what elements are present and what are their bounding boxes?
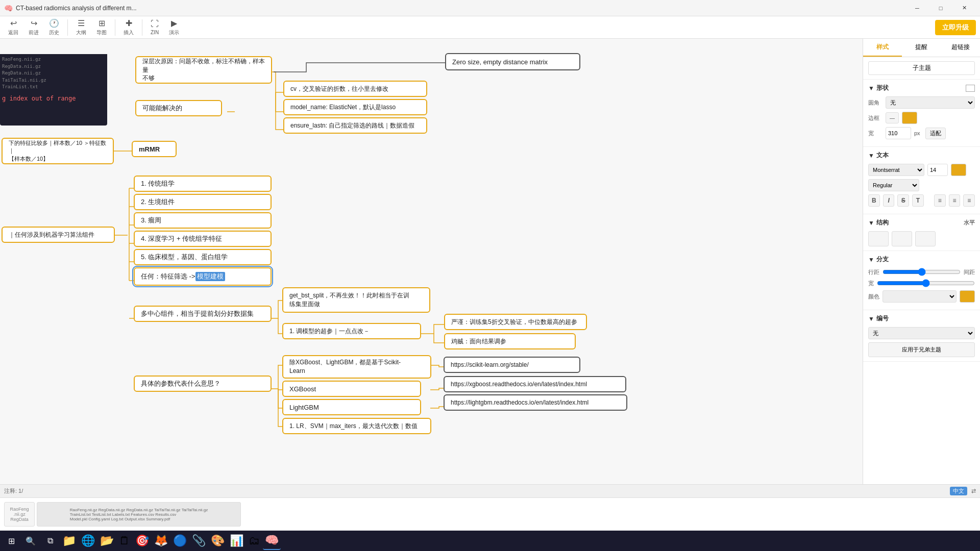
taskbar-app-7[interactable]: 🔵 bbox=[171, 532, 189, 550]
upgrade-button[interactable]: 立即升级 bbox=[935, 20, 976, 35]
text-color-swatch[interactable] bbox=[951, 164, 966, 176]
back-tool[interactable]: ↩ 返回 bbox=[4, 17, 22, 37]
structure-option-2[interactable] bbox=[892, 231, 912, 246]
italic-button[interactable]: I bbox=[883, 194, 895, 207]
node-ml-algorithm[interactable]: ｜任何涉及到机器学习算法组件 bbox=[2, 227, 115, 243]
forward-tool[interactable]: ↪ 前进 bbox=[24, 17, 43, 37]
node-tune-hyperparams[interactable]: 1. 调模型的超参｜一点点改－ bbox=[282, 323, 421, 339]
insert-tool[interactable]: ✚ 插入 bbox=[119, 17, 138, 37]
node-clinical-model[interactable]: 5. 临床模型，基因、蛋白组学 bbox=[134, 249, 272, 265]
taskbar-app-9[interactable]: 🎨 bbox=[209, 532, 227, 550]
taskbar-app-5[interactable]: 🎯 bbox=[133, 532, 151, 550]
node-feature-selection[interactable]: 任何：特征筛选 ->模型建模 bbox=[134, 267, 272, 286]
bottom-preview: RaoFeng.nii.gzRegData RaoFeng.nii.gz Reg… bbox=[0, 497, 980, 531]
preview-item-2[interactable]: RaoFeng.nii.gz RegData.nii.gz RegData.ni… bbox=[37, 502, 241, 527]
node-zero-size[interactable]: Zero size, empty distance matrix bbox=[445, 53, 580, 70]
search-button[interactable]: 🔍 bbox=[21, 532, 40, 550]
maximize-button[interactable]: □ bbox=[929, 0, 952, 16]
forward-icon: ↪ bbox=[31, 18, 37, 28]
tab-reminder[interactable]: 提醒 bbox=[902, 39, 941, 57]
taskbar-app-2[interactable]: 🌐 bbox=[79, 532, 97, 550]
text-section-title[interactable]: ▼ 文本 bbox=[868, 151, 975, 160]
node-lightgbm-url[interactable]: https://lightgbm.readthedocs.io/en/lates… bbox=[444, 394, 627, 411]
taskbar-app-3[interactable]: 📂 bbox=[98, 532, 116, 550]
bold-button[interactable]: B bbox=[868, 194, 880, 207]
insert-label: 插入 bbox=[124, 29, 134, 36]
strikethrough-button[interactable]: S bbox=[897, 194, 909, 207]
language-indicator[interactable]: 中文 bbox=[950, 487, 967, 495]
taskbar-app-6[interactable]: 🦊 bbox=[152, 532, 170, 550]
branch-color-swatch[interactable] bbox=[960, 290, 975, 303]
node-params-meaning[interactable]: 具体的参数代表什么意思？ bbox=[134, 375, 272, 392]
node-cv[interactable]: cv，交叉验证的折数，往小里去修改 bbox=[283, 81, 427, 97]
present-tool[interactable]: ▶ 演示 bbox=[165, 17, 183, 37]
present-icon: ▶ bbox=[171, 18, 177, 28]
node-xgboost-url[interactable]: https://xgboost.readthedocs.io/en/latest… bbox=[444, 376, 626, 392]
taskbar-app-4[interactable]: 🗒 bbox=[117, 532, 132, 550]
taskview-button[interactable]: ⧉ bbox=[41, 532, 59, 550]
font-select[interactable]: Montserrat bbox=[868, 164, 924, 176]
node-lr-svm[interactable]: 1. LR、SVM｜max_iters，最大迭代次数｜数值 bbox=[282, 418, 431, 434]
structure-section-title[interactable]: ▼ 结构 水平 bbox=[868, 218, 975, 227]
numbering-section-title[interactable]: ▼ 编号 bbox=[868, 314, 975, 323]
node-possible-solution[interactable]: 可能能解决的 bbox=[135, 100, 222, 116]
taskbar-app-mindmaster[interactable]: 🧠 bbox=[263, 532, 281, 550]
node-rigorous-cv[interactable]: 严谨：训练集5折交叉验证，中位数最高的超参 bbox=[444, 314, 587, 330]
align-right-button[interactable]: ≡ bbox=[963, 194, 975, 207]
taskbar-app-8[interactable]: 📎 bbox=[190, 532, 208, 550]
mindmap-tool[interactable]: ⊞ 导图 bbox=[92, 17, 111, 37]
border-color-swatch[interactable] bbox=[902, 112, 917, 124]
node-get-bst-split[interactable]: get_bst_split，不再生效！！此时相当于在训练集里面做 bbox=[282, 287, 430, 313]
border-style-btn[interactable]: — bbox=[886, 112, 899, 123]
structure-option-3[interactable] bbox=[915, 231, 936, 246]
node-lightgbm[interactable]: LightGBM bbox=[282, 399, 421, 415]
structure-option-1[interactable] bbox=[868, 231, 889, 246]
canvas-area[interactable]: RaoFeng.nii.gzRegData.nii.gzRegData.nii.… bbox=[0, 39, 863, 484]
node-scikit-learn-based[interactable]: 除XGBoost、LightGBM，都是基于Scikit-Learn bbox=[282, 355, 431, 379]
spacing-slider[interactable] bbox=[883, 268, 961, 276]
close-button[interactable]: ✕ bbox=[952, 0, 976, 16]
numbering-select[interactable]: 无 1, 2, 3 A, B, C bbox=[868, 327, 975, 339]
align-center-button[interactable]: ≡ bbox=[949, 194, 961, 207]
minimize-button[interactable]: ─ bbox=[905, 0, 929, 16]
node-traditional-omics[interactable]: 1. 传统组学 bbox=[134, 176, 272, 192]
font-size-input[interactable] bbox=[927, 164, 948, 176]
taskbar-app-11[interactable]: 🗂 bbox=[247, 532, 262, 550]
history-tool[interactable]: 🕐 历史 bbox=[45, 17, 63, 37]
node-feature-count[interactable]: 下的特征比较多｜样本数／10 ＞特征数｜【样本数／10】 bbox=[2, 138, 114, 164]
node-tumor-periphery[interactable]: 3. 瘤周 bbox=[134, 212, 272, 229]
width-input[interactable] bbox=[886, 127, 911, 139]
node-sklearn-url[interactable]: https://scikit-learn.org/stable/ bbox=[444, 357, 580, 373]
outline-tool[interactable]: ☰ 大纲 bbox=[72, 17, 90, 37]
corner-select[interactable]: 无 小 大 bbox=[886, 96, 975, 109]
expand-icon[interactable]: ⇄ bbox=[971, 488, 976, 494]
shape-section-title[interactable]: ▼ 形状 bbox=[868, 84, 975, 92]
branch-section-title[interactable]: ▼ 分支 bbox=[868, 255, 975, 264]
node-ensure-lastn[interactable]: ensure_lastn: 自己指定筛选的路线｜数据造假 bbox=[283, 117, 427, 134]
preview-item-1[interactable]: RaoFeng.nii.gzRegData bbox=[4, 502, 35, 527]
branch-color-select[interactable] bbox=[883, 290, 957, 303]
text-style-T[interactable]: T bbox=[912, 194, 924, 207]
apply-siblings-button[interactable]: 应用于兄弟主题 bbox=[868, 342, 975, 357]
node-model-name[interactable]: model_name: ElasticNet，默认是lasso bbox=[283, 99, 427, 115]
taskbar-app-1[interactable]: 📁 bbox=[60, 532, 78, 550]
tab-style[interactable]: 样式 bbox=[863, 39, 902, 57]
fullscreen-tool[interactable]: ⛶ ZIN bbox=[146, 18, 163, 36]
node-xgboost[interactable]: XGBoost bbox=[282, 381, 421, 397]
start-button[interactable]: ⊞ bbox=[2, 532, 20, 550]
taskbar-app-10[interactable]: 📊 bbox=[228, 532, 246, 550]
auto-fit-button[interactable]: 适配 bbox=[925, 128, 946, 139]
node-mrmr[interactable]: mRMR bbox=[132, 141, 177, 157]
align-left-button[interactable]: ≡ bbox=[934, 194, 946, 207]
node-deep-cause[interactable]: 深层次原因：问题不收敛，标注不精确，样本量不够 bbox=[135, 56, 272, 84]
theme-button[interactable]: 子主题 bbox=[868, 61, 975, 75]
app-icon-7: 🔵 bbox=[173, 534, 187, 547]
width-label: 宽 bbox=[868, 130, 883, 137]
font-weight-select[interactable]: Regular Bold bbox=[868, 179, 919, 191]
tab-hyperlink[interactable]: 超链接 bbox=[941, 39, 980, 57]
node-habitat[interactable]: 2. 生境组件 bbox=[134, 194, 272, 210]
node-result-oriented[interactable]: 鸡贼：面向结果调参 bbox=[444, 333, 576, 349]
node-multicenter[interactable]: 多中心组件，相当于提前划分好数据集 bbox=[134, 306, 272, 322]
branch-width-slider[interactable] bbox=[877, 279, 975, 287]
node-deep-learning[interactable]: 4. 深度学习 + 传统组学特征 bbox=[134, 231, 272, 247]
